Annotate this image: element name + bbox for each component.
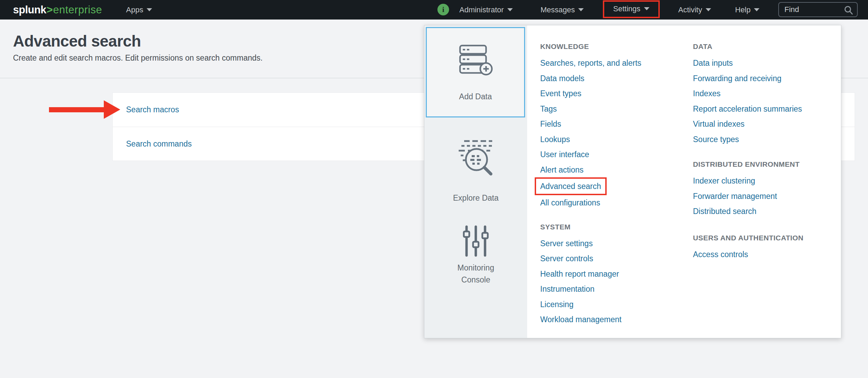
logo-product-text: enterprise: [53, 4, 102, 16]
settings-panel-tile-column: Add Data: [424, 25, 527, 338]
menu-link-distributed-search[interactable]: Distributed search: [693, 207, 756, 216]
menu-link-health-report-manager[interactable]: Health report manager: [540, 269, 619, 278]
menu-link-licensing[interactable]: Licensing: [540, 300, 573, 309]
logo-gt-glyph: >: [47, 4, 53, 16]
menu-link-lookups[interactable]: Lookups: [540, 135, 570, 144]
list-item: Forwarder management: [693, 189, 840, 204]
settings-menu-column-1: KNOWLEDGE Searches, reports, and alerts …: [540, 25, 687, 327]
knowledge-link-list: Searches, reports, and alerts Data model…: [540, 55, 687, 211]
menu-link-data-models[interactable]: Data models: [540, 74, 584, 83]
list-item: Fields: [540, 116, 687, 132]
nav-messages-menu[interactable]: Messages: [541, 0, 584, 20]
menu-link-user-interface[interactable]: User interface: [540, 150, 589, 159]
menu-link-indexer-clustering[interactable]: Indexer clustering: [693, 176, 755, 185]
annotation-arrow-shaft: [49, 107, 104, 112]
nav-messages-label: Messages: [541, 5, 575, 14]
nav-help-label: Help: [735, 5, 751, 14]
explore-data-icon: [424, 138, 527, 180]
info-icon[interactable]: i: [437, 4, 449, 15]
menu-link-server-settings[interactable]: Server settings: [540, 239, 593, 248]
search-icon[interactable]: [843, 5, 854, 15]
list-item: Data inputs: [693, 55, 840, 71]
menu-link-event-types[interactable]: Event types: [540, 89, 581, 98]
menu-link-data-inputs[interactable]: Data inputs: [693, 59, 733, 67]
menu-link-indexes[interactable]: Indexes: [693, 89, 721, 98]
section-heading-distributed-environment: DISTRIBUTED ENVIRONMENT: [693, 157, 840, 172]
nav-settings-menu[interactable]: Settings: [603, 0, 660, 20]
menu-link-report-acceleration-summaries[interactable]: Report acceleration summaries: [693, 104, 802, 113]
explore-data-label: Explore Data: [424, 193, 527, 203]
caret-down-icon: [706, 8, 711, 11]
list-item: Distributed search: [693, 204, 840, 219]
nav-apps-menu[interactable]: Apps: [126, 0, 152, 20]
menu-link-forwarder-management[interactable]: Forwarder management: [693, 192, 777, 201]
menu-link-tags[interactable]: Tags: [540, 104, 557, 113]
nav-help-menu[interactable]: Help: [735, 0, 759, 20]
list-item: Advanced search: [540, 177, 687, 195]
menu-link-searches-reports-and-alerts[interactable]: Searches, reports, and alerts: [540, 59, 641, 67]
add-data-label: Add Data: [427, 92, 524, 101]
list-item: Lookups: [540, 132, 687, 147]
menu-link-instrumentation[interactable]: Instrumentation: [540, 285, 595, 293]
annotation-arrow-head: [104, 100, 120, 119]
menu-link-all-configurations[interactable]: All configurations: [540, 198, 600, 207]
menu-link-server-controls[interactable]: Server controls: [540, 254, 593, 263]
system-link-list: Server settings Server controls Health r…: [540, 236, 687, 327]
add-data-tile[interactable]: Add Data: [426, 27, 525, 117]
list-item: Indexes: [693, 86, 840, 101]
menu-link-workload-management[interactable]: Workload management: [540, 315, 621, 324]
list-item: All configurations: [540, 195, 687, 211]
list-item: Workload management: [540, 312, 687, 327]
explore-data-tile[interactable]: Explore Data: [424, 138, 527, 203]
list-item: Source types: [693, 132, 840, 147]
list-item: Searches, reports, and alerts: [540, 55, 687, 71]
list-item: Server settings: [540, 236, 687, 251]
list-item: Alert actions: [540, 162, 687, 178]
list-item: Forwarding and receiving: [693, 71, 840, 86]
list-item: User interface: [540, 147, 687, 162]
list-item: Server controls: [540, 251, 687, 266]
users-authentication-link-list: Access controls: [693, 247, 840, 262]
list-item: Event types: [540, 86, 687, 101]
list-item: Tags: [540, 101, 687, 117]
monitoring-console-label: Monitoring Console: [447, 262, 505, 286]
list-item: Indexer clustering: [693, 173, 840, 189]
menu-link-source-types[interactable]: Source types: [693, 135, 739, 144]
monitoring-console-tile[interactable]: Monitoring Console: [424, 224, 527, 286]
splunk-logo[interactable]: splunk>enterprise: [13, 0, 102, 20]
menu-link-fields[interactable]: Fields: [540, 119, 561, 128]
menu-link-alert-actions[interactable]: Alert actions: [540, 165, 584, 174]
distributed-environment-link-list: Indexer clustering Forwarder management …: [693, 173, 840, 219]
monitoring-console-icon: [424, 224, 527, 260]
menu-link-access-controls[interactable]: Access controls: [693, 250, 748, 259]
section-heading-data: DATA: [693, 39, 840, 54]
menu-link-virtual-indexes[interactable]: Virtual indexes: [693, 119, 744, 128]
section-heading-system: SYSTEM: [540, 219, 687, 235]
splunk-enterprise-window: splunk>enterprise Apps i Administrator M…: [0, 0, 868, 378]
find-placeholder: Find: [784, 3, 799, 16]
search-macros-link[interactable]: Search macros: [126, 105, 179, 114]
nav-activity-menu[interactable]: Activity: [678, 0, 711, 20]
caret-down-icon: [754, 8, 759, 11]
list-item: Report acceleration summaries: [693, 101, 840, 117]
list-item: Health report manager: [540, 266, 687, 282]
section-heading-users-and-authentication: USERS AND AUTHENTICATION: [693, 230, 840, 245]
find-search-input[interactable]: Find: [778, 2, 858, 17]
nav-administrator-menu[interactable]: Administrator: [459, 0, 513, 20]
top-nav-bar: splunk>enterprise Apps i Administrator M…: [0, 0, 868, 20]
caret-down-icon: [578, 8, 584, 11]
search-commands-link[interactable]: Search commands: [126, 139, 192, 148]
logo-brand-text: splunk: [13, 4, 46, 16]
nav-apps-label: Apps: [126, 5, 143, 14]
menu-link-forwarding-and-receiving[interactable]: Forwarding and receiving: [693, 74, 781, 83]
advanced-search-annotation-red-box: Advanced search: [535, 177, 607, 195]
list-item: Access controls: [693, 247, 840, 262]
list-item: Instrumentation: [540, 281, 687, 297]
caret-down-icon: [147, 8, 152, 11]
menu-link-advanced-search[interactable]: Advanced search: [540, 182, 601, 191]
page-title: Advanced search: [13, 33, 141, 49]
add-data-icon: [427, 44, 524, 78]
page-subtitle: Create and edit search macros. Edit perm…: [13, 53, 263, 63]
nav-administrator-label: Administrator: [459, 5, 504, 14]
section-heading-knowledge: KNOWLEDGE: [540, 39, 687, 54]
